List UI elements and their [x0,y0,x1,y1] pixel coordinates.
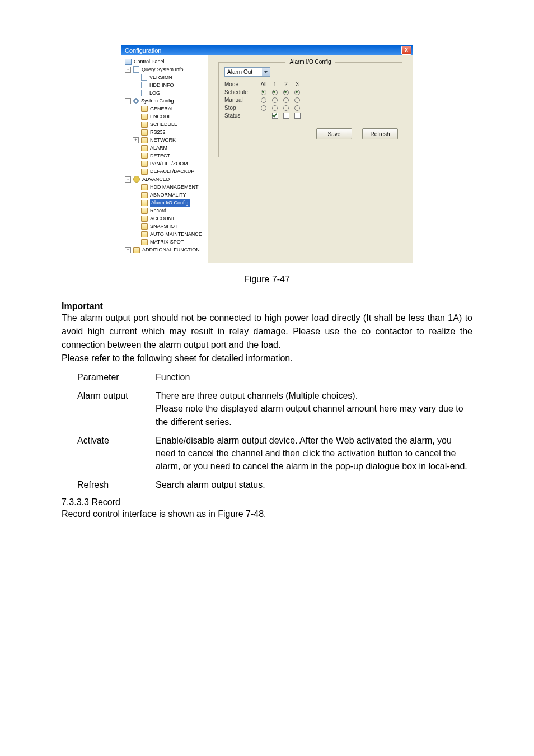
tree-abnormality[interactable]: ABNORMALITY [123,191,207,199]
expand-icon[interactable]: + [125,247,131,253]
radio-schedule-2[interactable] [283,90,289,95]
tree-snapshot[interactable]: SNAPSHOT [123,222,207,230]
radio-schedule-3[interactable] [294,90,300,95]
grid-row-manual: Manual [224,96,396,104]
figure-caption: Figure 7-47 [62,274,472,284]
collapse-icon[interactable]: - [125,67,131,73]
folder-icon [141,192,148,198]
tree-alarm-io[interactable]: Alarm I/O Config [123,199,207,207]
refresh-button[interactable]: Refresh [362,128,398,139]
tree-additional[interactable]: +ADDITIONAL FUNCTION [123,246,207,254]
folder-icon [141,114,148,120]
tree-advanced[interactable]: -ADVANCED [123,175,207,183]
window-title: Configuration [125,47,401,54]
expand-icon[interactable]: + [133,137,139,143]
folder-icon [141,161,148,167]
folder-icon [141,231,148,237]
tree-matrixspot[interactable]: MATRIX SPOT [123,238,207,246]
page-icon [141,82,147,88]
param-func: Search alarm output status. [156,478,472,491]
tree-hddinfo[interactable]: HDD INFO [123,81,207,89]
tree-detect[interactable]: DETECT [123,152,207,160]
section-body: Record control interface is shown as in … [62,507,472,521]
page-icon [141,74,147,81]
tree-network[interactable]: +NETWORK [123,136,207,144]
page-icon [141,90,147,96]
folder-icon [141,169,148,175]
radio-schedule-1[interactable] [272,90,278,95]
param-name: Refresh [77,478,156,491]
save-button[interactable]: Save [316,128,352,139]
folder-icon [141,216,148,222]
tree-hddmgmt[interactable]: HDD MANAGEMENT [123,183,207,191]
important-heading: Important [62,301,472,311]
body-para-1: The alarm output port should not be conn… [62,311,472,352]
folder-icon [141,145,148,151]
tree-version[interactable]: VERSION [123,73,207,81]
folder-icon [141,208,148,214]
radio-stop-1[interactable] [272,105,278,111]
table-row: Alarm output There are three output chan… [62,389,472,428]
gear-icon [133,98,139,104]
grid-row-status: Status [224,111,396,119]
param-name: Activate [77,434,156,473]
radio-manual-2[interactable] [283,97,289,103]
parameter-table: Parameter Function Alarm output There ar… [62,371,472,492]
radio-stop-2[interactable] [283,105,289,111]
tree-alarm[interactable]: ALARM [123,144,207,152]
tree-encode[interactable]: ENCODE [123,113,207,120]
nav-tree: Control Panel -Query System Info VERSION… [121,55,208,263]
folder-icon [141,184,148,190]
folder-icon [133,66,139,73]
folder-icon [141,122,148,128]
tree-default[interactable]: DEFAULT/BACKUP [123,167,207,175]
folder-icon [141,200,148,206]
status-check-1[interactable] [272,113,278,119]
status-check-3[interactable] [294,113,301,119]
radio-manual-3[interactable] [294,97,300,103]
tree-account[interactable]: ACCOUNT [123,214,207,222]
radio-manual-1[interactable] [272,97,278,103]
param-name: Alarm output [77,389,156,428]
status-check-2[interactable] [283,113,289,119]
folder-icon [141,106,148,112]
param-func: Please note the displayed alarm output c… [156,402,472,428]
dropdown-value: Alarm Out [225,69,262,75]
radio-stop-3[interactable] [294,105,300,111]
radio-schedule-all[interactable] [261,90,266,95]
folder-icon [133,247,140,253]
collapse-icon[interactable]: - [125,98,131,104]
titlebar: Configuration X [121,45,413,55]
folder-icon [141,239,148,245]
grid-row-stop: Stop [224,104,396,111]
chevron-down-icon[interactable] [262,68,270,76]
tree-general[interactable]: GENERAL [123,105,207,113]
table-row: Refresh Search alarm output status. [62,478,472,491]
folder-icon [141,129,148,136]
tree-schedule[interactable]: SCHEDULE [123,120,207,128]
body-para-2: Please refer to the following sheet for … [62,352,472,365]
table-header: Parameter Function [62,371,472,384]
control-panel-icon [125,59,132,65]
tree-rs232[interactable]: RS232 [123,128,207,136]
tree-record[interactable]: Record [123,207,207,214]
tree-sysconf[interactable]: -System Config [123,97,207,105]
tree-ptz[interactable]: PAN/TILT/ZOOM [123,160,207,167]
mode-grid: Mode All 1 2 3 Schedule [224,80,396,119]
folder-icon [141,153,148,159]
collapse-icon[interactable]: - [125,176,131,183]
tree-automaint[interactable]: AUTO MAINTENANCE [123,230,207,238]
radio-manual-all[interactable] [261,97,266,103]
table-row: Activate Enable/disable alarm output dev… [62,434,472,473]
radio-stop-all[interactable] [261,105,266,111]
param-func: Enable/disable alarm output device. Afte… [156,434,472,473]
header-parameter: Parameter [77,371,156,384]
tree-log[interactable]: LOG [123,89,207,97]
close-icon[interactable]: X [401,46,411,55]
tree-control-panel[interactable]: Control Panel [123,58,207,66]
folder-icon [141,223,148,230]
grid-header: Mode All 1 2 3 [224,80,396,88]
alarm-out-select[interactable]: Alarm Out [224,67,270,77]
advanced-icon [133,176,140,183]
tree-query[interactable]: -Query System Info [123,66,207,73]
